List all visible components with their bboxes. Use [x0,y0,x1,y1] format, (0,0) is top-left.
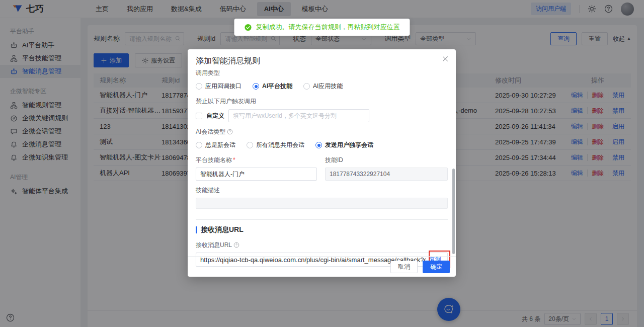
check-circle-icon [245,24,252,31]
radio-circle-icon [315,142,322,148]
skill-desc-label: 技能描述 [196,186,448,195]
divider [196,219,448,220]
session-type-radio[interactable]: 发送用户独享会话 [315,141,373,149]
add-rule-modal: 添加智能消息规则 调用类型 应用回调接口AI平台技能AI应用技能 禁止以下用户触… [188,49,456,277]
call-type-radio[interactable]: AI平台技能 [253,82,292,91]
radio-circle-icon [196,83,202,90]
forbid-label: 禁止以下用户触发调用 [196,97,448,106]
skill-desc-textarea [196,198,448,209]
radio-circle-icon [303,83,310,90]
session-type-radio-group: 总是新会话所有消息共用会话发送用户独享会话 [196,141,448,149]
session-type-radio[interactable]: 总是新会话 [196,141,235,149]
receive-url-label: 接收消息URL [196,241,448,250]
radio-circle-icon [247,142,253,148]
modal-footer: 取消 确定 [188,256,456,277]
radio-circle-icon [196,142,202,148]
modal-header: 添加智能消息规则 [188,49,456,66]
skill-fields: 平台技能名称* 技能ID [196,155,448,181]
session-type-label: AI会话类型 [196,128,448,136]
forbid-row: 自定义 [196,109,448,122]
section-bar [196,226,197,233]
radio-circle-icon [253,83,259,90]
skill-id-input [325,168,448,181]
call-type-label: 调用类型 [196,69,448,77]
call-type-radio[interactable]: 应用回调接口 [196,82,242,91]
modal-body: 调用类型 应用回调接口AI平台技能AI应用技能 禁止以下用户触发调用 自定义 A… [188,69,456,267]
custom-checkbox-label: 自定义 [206,112,224,120]
receive-url-section-title: 接收消息URL [196,225,448,234]
custom-checkbox[interactable] [196,113,202,119]
session-type-radio[interactable]: 所有消息共用会话 [247,141,304,149]
call-type-radio[interactable]: AI应用技能 [303,82,343,91]
confirm-button[interactable]: 确定 [423,261,450,273]
call-type-radio-group: 应用回调接口AI平台技能AI应用技能 [196,82,448,91]
close-icon[interactable] [442,55,449,62]
modal-title: 添加智能消息规则 [196,56,260,65]
toast-text: 复制成功。请先保存当前规则，再粘贴到对应位置 [256,23,400,32]
skill-name-label: 平台技能名称* [196,156,235,164]
success-toast: 复制成功。请先保存当前规则，再粘贴到对应位置 [234,19,410,36]
app: 七巧 主页我的应用数据&集成低码中心AI中心模板中心 访问用户端 平台助手AI平… [0,0,644,327]
question-circle-icon[interactable] [233,242,239,248]
question-circle-icon[interactable] [227,129,233,135]
cancel-button[interactable]: 取消 [390,261,418,273]
wx-userid-input[interactable] [228,109,369,122]
modal-scrollbar[interactable] [452,169,455,254]
skill-name-input[interactable] [196,168,317,181]
skill-id-label: 技能ID [325,156,343,164]
